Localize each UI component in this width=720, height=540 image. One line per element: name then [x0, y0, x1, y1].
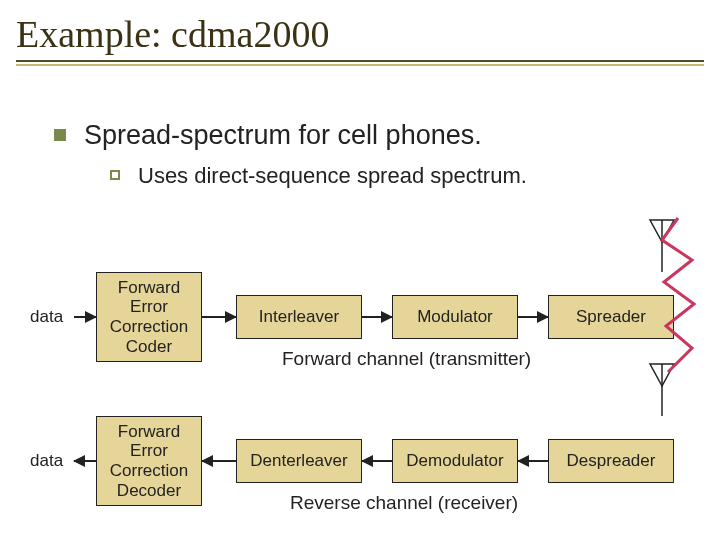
box-fec-decoder: Forward Error Correction Decoder: [96, 416, 202, 506]
arrow-left-icon: [74, 460, 96, 462]
box-despreader: Despreader: [548, 439, 674, 483]
arrow-right-icon: [74, 316, 96, 318]
box-demodulator: Demodulator: [392, 439, 518, 483]
bullet-hollow-square-icon: [110, 170, 120, 180]
arrow-right-icon: [202, 316, 236, 318]
box-interleaver: Interleaver: [236, 295, 362, 339]
box-deinterleaver: Denterleaver: [236, 439, 362, 483]
bullet-level2-text: Uses direct-sequence spread spectrum.: [138, 163, 527, 189]
bullet-level2: Uses direct-sequence spread spectrum.: [110, 163, 704, 189]
arrow-left-icon: [362, 460, 392, 462]
arrow-left-icon: [202, 460, 236, 462]
arrow-left-icon: [518, 460, 548, 462]
bullet-level1: Spread-spectrum for cell phones.: [54, 120, 704, 151]
box-modulator: Modulator: [392, 295, 518, 339]
data-label-forward: data: [30, 307, 74, 327]
bullet-square-icon: [54, 129, 66, 141]
arrow-right-icon: [518, 316, 548, 318]
title-underline-gold: [16, 64, 704, 66]
slide-title: Example: cdma2000: [16, 12, 704, 60]
title-underline-dark: [16, 60, 704, 62]
reverse-caption: Reverse channel (receiver): [290, 492, 518, 514]
box-fec-coder: Forward Error Correction Coder: [96, 272, 202, 362]
data-label-reverse: data: [30, 451, 74, 471]
forward-caption: Forward channel (transmitter): [282, 348, 531, 370]
bullet-level1-text: Spread-spectrum for cell phones.: [84, 120, 482, 151]
signal-zigzag-icon: [654, 210, 700, 390]
arrow-right-icon: [362, 316, 392, 318]
